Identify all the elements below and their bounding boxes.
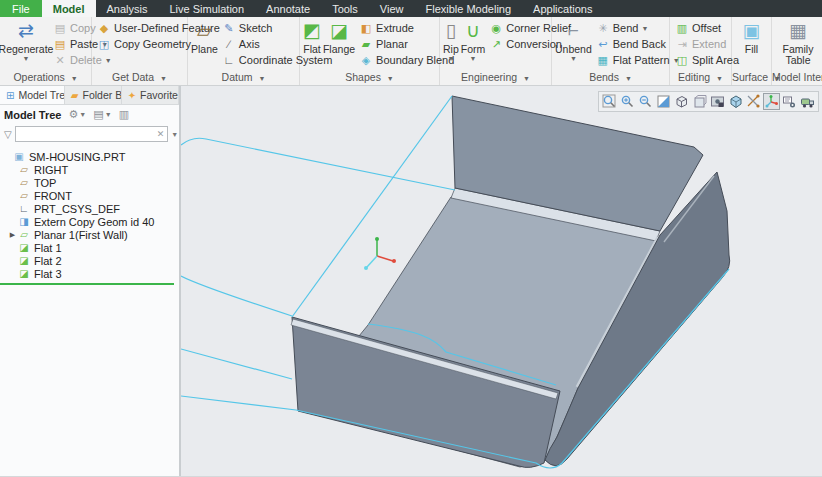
family-table-button[interactable]: ▦Family Table (775, 19, 821, 66)
rip-button-caret[interactable]: ▼ (447, 55, 454, 62)
bend-back-button[interactable]: ↩Bend Back (594, 36, 682, 52)
display-style-icon[interactable] (673, 93, 690, 110)
tree-filter-input[interactable] (16, 128, 154, 140)
filter-options-caret[interactable]: ▼ (171, 131, 178, 138)
spin-center-icon[interactable] (763, 93, 780, 110)
ribbon-group-surface-label[interactable]: Surface ▼ (732, 70, 771, 85)
tree-item-top[interactable]: ▱TOP (0, 176, 179, 189)
graphics-toolbar (598, 91, 819, 112)
offset-button-label: Offset (692, 22, 721, 34)
component-drag-icon[interactable] (799, 93, 816, 110)
bend-button[interactable]: ✳Bend▼ (594, 20, 682, 36)
repaint-icon[interactable] (655, 93, 672, 110)
tab-file[interactable]: File (0, 0, 42, 17)
refit-icon[interactable] (601, 93, 618, 110)
flange-button[interactable]: ◪Flange (323, 19, 355, 55)
tab-applications[interactable]: Applications (522, 0, 603, 17)
datum-display-icon[interactable] (745, 93, 762, 110)
nav-tab-folder-br[interactable]: ▰Folder Br (65, 86, 122, 104)
tree-item-label: RIGHT (34, 164, 68, 176)
tab-flexible-modeling[interactable]: Flexible Modeling (414, 0, 522, 17)
view-manager-icon[interactable] (727, 93, 744, 110)
filter-funnel-icon[interactable]: ▽ (4, 129, 12, 140)
filter-clear-icon[interactable]: ✕ (154, 129, 168, 139)
form-button[interactable]: ∪Form▼ (461, 19, 486, 62)
tree-item-sm-housing-prt[interactable]: ▣SM-HOUSING.PRT (0, 150, 179, 163)
fill-button-icon: ▣ (743, 20, 761, 44)
family-table-button-label: Family Table (783, 44, 814, 66)
ribbon-group-surface-body: ▣Fill (732, 17, 771, 70)
ribbon-group-get-data-label[interactable]: Get Data ▼ (92, 70, 187, 85)
tree-item-flat-3[interactable]: ◪Flat 3 (0, 267, 179, 280)
flat-pattern-button[interactable]: ▦Flat Pattern▼ (594, 52, 682, 68)
flat-button[interactable]: ◩Flat (303, 19, 321, 55)
graphics-area[interactable] (181, 86, 822, 476)
tab-model[interactable]: Model (42, 0, 96, 17)
zoom-out-icon[interactable] (637, 93, 654, 110)
ribbon-group-shapes-label[interactable]: Shapes ▼ (300, 70, 439, 85)
extend-button[interactable]: ⇥Extend (673, 36, 741, 52)
tree-item-label: PRT_CSYS_DEF (34, 203, 120, 215)
tree-item-right[interactable]: ▱RIGHT (0, 163, 179, 176)
fill-button[interactable]: ▣Fill (735, 19, 768, 55)
ribbon-group-operations-label[interactable]: Operations ▼ (0, 70, 91, 85)
model-3d-view[interactable] (181, 86, 820, 476)
regenerate-button-caret[interactable]: ▼ (23, 55, 30, 62)
annotation-display-icon[interactable] (781, 93, 798, 110)
unbend-button[interactable]: ⌐Unbend▼ (555, 19, 592, 62)
tree-item-planar-1-first-wall-[interactable]: ▶▱Planar 1(First Wall) (0, 228, 179, 241)
tab-view[interactable]: View (369, 0, 415, 17)
planar-button-icon: ▰ (359, 38, 373, 51)
view-images-icon[interactable] (709, 93, 726, 110)
offset-button[interactable]: ▥Offset (673, 20, 741, 36)
expand-arrow-icon[interactable]: ▶ (8, 231, 17, 239)
unbend-button-caret[interactable]: ▼ (570, 55, 577, 62)
tree-filter-row: ▽ ✕ ▼ + (0, 124, 179, 144)
zoom-in-icon[interactable] (619, 93, 636, 110)
axis-button-icon: ∕ (222, 38, 236, 50)
ribbon-group-datum-label[interactable]: Datum ▼ (188, 70, 299, 85)
tree-display-options-icon-caret[interactable]: ▼ (105, 111, 112, 118)
tab-analysis[interactable]: Analysis (96, 0, 159, 17)
tree-item-prt-csys-def[interactable]: ∟PRT_CSYS_DEF (0, 202, 179, 215)
form-button-caret[interactable]: ▼ (470, 55, 477, 62)
split-area-button-icon: ◫ (675, 54, 689, 67)
tree-display-options-icon[interactable]: ▤ (93, 108, 103, 121)
tree-item-flat-1[interactable]: ◪Flat 1 (0, 241, 179, 254)
plane-button[interactable]: ▱Plane (191, 19, 218, 55)
tab-annotate[interactable]: Annotate (255, 0, 321, 17)
nav-tab-favorites[interactable]: ✦Favorites (122, 86, 179, 104)
favorites-tab-icon: ✦ (128, 90, 136, 101)
ribbon-group-get-data-caret: ▼ (160, 75, 167, 82)
ribbon-group-bends-label[interactable]: Bends ▼ (552, 70, 669, 85)
ribbon-group-engineering-label[interactable]: Engineering ▼ (440, 70, 551, 85)
tree-item-front[interactable]: ▱FRONT (0, 189, 179, 202)
tree-settings-icon[interactable]: ⚙ (68, 108, 78, 121)
tree-item-label: Flat 1 (34, 242, 62, 254)
model-tree: ▣SM-HOUSING.PRT▱RIGHT▱TOP▱FRONT∟PRT_CSYS… (0, 144, 179, 280)
rip-button-label: Rip (443, 44, 459, 55)
flange-button-label: Flange (323, 44, 355, 55)
ribbon-group-model-intent-label[interactable]: Model Intent ▼ (772, 70, 822, 85)
tree-item-extern-copy-geom-id-40[interactable]: ◨Extern Copy Geom id 40 (0, 215, 179, 228)
tree-item-flat-2[interactable]: ◪Flat 2 (0, 254, 179, 267)
regenerate-button[interactable]: ⇄Regenerate▼ (3, 19, 49, 62)
bend-button-caret[interactable]: ▼ (641, 25, 648, 32)
tree-settings-icon-caret[interactable]: ▼ (79, 111, 86, 118)
tab-live-simulation[interactable]: Live Simulation (158, 0, 255, 17)
ribbon-group-bends-caret: ▼ (625, 75, 632, 82)
rip-button[interactable]: ▯Rip▼ (443, 19, 459, 62)
bend-back-button-icon: ↩ (596, 38, 610, 51)
saved-orientations-icon[interactable] (691, 93, 708, 110)
nav-tab-label: Folder Br (83, 89, 122, 101)
tab-tools[interactable]: Tools (321, 0, 369, 17)
nav-tab-model-tree[interactable]: ⊞Model Tree (0, 86, 65, 104)
ribbon-group-editing-stack: ▥Offset⇥Extend◫Split Area (673, 19, 741, 68)
insert-indicator-line[interactable] (0, 283, 174, 285)
plane-button-label: Plane (191, 44, 218, 55)
split-area-button[interactable]: ◫Split Area (673, 52, 741, 68)
bend-back-button-label: Bend Back (613, 38, 666, 50)
tree-search-panel-icon[interactable]: ▥ (119, 108, 129, 121)
ribbon-group-editing-label[interactable]: Editing ▼ (670, 70, 731, 85)
ribbon-group-get-data-body: ◆User-Defined Feature◫Copy Geometry (92, 17, 187, 70)
